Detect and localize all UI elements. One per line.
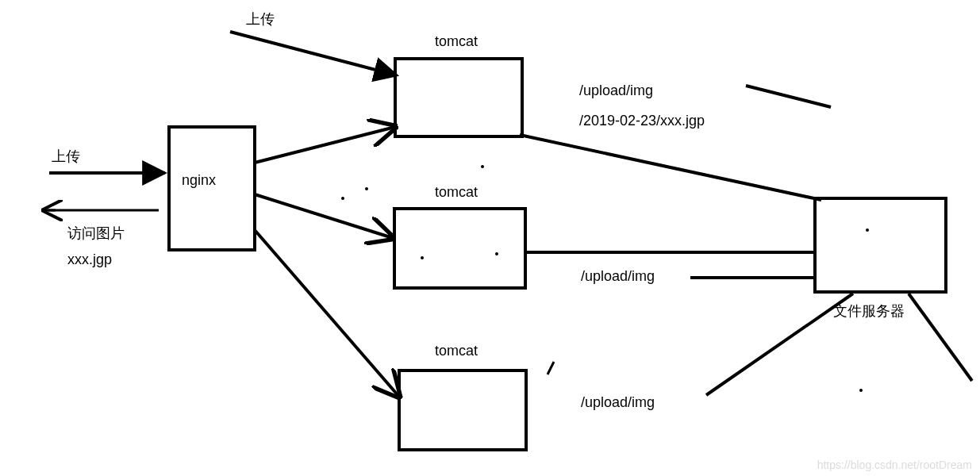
label-tomcat-top: tomcat — [435, 32, 478, 52]
label-path3: /upload/img — [581, 393, 655, 413]
label-upload-left: 上传 — [52, 147, 80, 167]
dot — [341, 197, 344, 200]
tick-tomcat-bot — [548, 362, 554, 374]
label-tomcat-mid: tomcat — [435, 182, 478, 202]
tomcat-bot-box — [399, 370, 526, 450]
dot — [365, 187, 368, 190]
tomcat-top-box — [395, 59, 522, 136]
line-path1-connector — [746, 86, 831, 107]
diagram-canvas — [0, 0, 980, 476]
dot — [859, 389, 863, 392]
label-file-server: 文件服务器 — [833, 301, 905, 321]
label-upload-top: 上传 — [246, 10, 275, 29]
line-tomcat-top-fileserver — [520, 135, 821, 200]
file-server-box — [815, 198, 946, 292]
label-tomcat-bot: tomcat — [435, 341, 478, 361]
dot — [421, 256, 424, 259]
label-access-line1: 访问图片 — [67, 224, 125, 244]
label-access-line2: xxx.jgp — [67, 250, 112, 270]
label-nginx: nginx — [182, 171, 216, 190]
watermark: https://blog.csdn.net/rootDream — [817, 459, 972, 471]
dot — [495, 252, 498, 255]
label-path2: /upload/img — [581, 267, 655, 286]
arrow-nginx-tomcat-mid — [255, 194, 393, 238]
arrow-upload-top — [230, 32, 397, 75]
dot — [866, 228, 869, 232]
label-path1-line2: /2019-02-23/xxx.jgp — [579, 111, 705, 131]
label-path1-line1: /upload/img — [579, 81, 653, 101]
line-tomcat-bot-fileserver — [706, 294, 853, 395]
tomcat-mid-box — [394, 209, 525, 288]
line-fileserver-out — [909, 294, 972, 381]
arrow-nginx-tomcat-bot — [255, 230, 399, 397]
dot — [481, 165, 484, 168]
arrow-nginx-tomcat-top — [255, 127, 395, 163]
